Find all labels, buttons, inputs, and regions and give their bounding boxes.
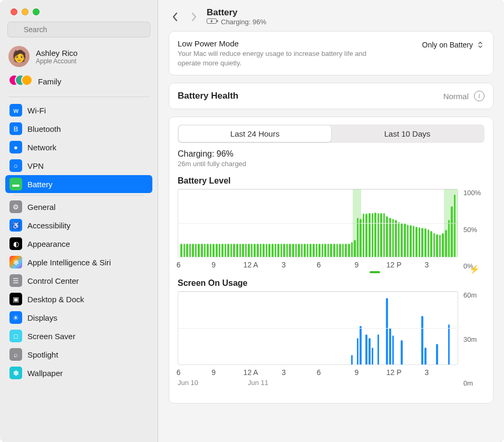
chart-bar [419,227,421,257]
family-row[interactable]: Family [0,70,158,94]
chart-bar [180,244,182,257]
account-subtitle: Apple Account [36,57,77,65]
chart-bar [230,244,232,257]
chart-bar [268,244,270,257]
sidebar-separator [8,97,149,97]
sidebar-item-label: Control Center [27,276,79,285]
chart-bar [242,244,244,257]
chart-bar [380,213,382,257]
chart-bar [333,244,335,257]
chart-bar [304,244,306,257]
y-tick-label: 60m [463,291,484,299]
sidebar-item-label: General [27,203,55,212]
chart-bar [289,244,291,257]
x-tick-label: 12 A [244,261,258,269]
chart-bar [386,298,388,365]
chart-bar [365,334,367,365]
low-power-mode-card: Low Power Mode Your Mac will reduce ener… [169,31,493,75]
sidebar-item-wi-fi[interactable]: ᴡWi-Fi [5,101,152,119]
chart-bar [204,244,206,257]
x-tick-label: 3 [282,261,286,269]
charging-line: Charging: 96% [178,149,484,159]
sidebar-item-accessibility[interactable]: ♿Accessibility [5,216,152,234]
chart-bar [295,244,297,257]
chart-bar [216,244,218,257]
chart-bar [189,244,191,257]
chart-bar [313,244,315,257]
chart-bar [407,225,409,257]
sidebar-item-network[interactable]: ●Network [5,138,152,156]
chart-bar [280,244,283,257]
chart-bar [260,244,262,257]
nav-back[interactable] [169,11,181,23]
chart-bar [345,244,347,257]
chart-bar [392,219,394,257]
spotlight-icon: ⌕ [9,348,22,361]
x-tick-label: 9 [211,368,216,377]
sidebar-item-desktop-dock[interactable]: ▣Desktop & Dock [5,290,152,308]
battery-health-title: Battery Health [178,91,238,101]
chart-bar [436,234,438,257]
sidebar: 🧑 Ashley Rico Apple Account Family ᴡWi-F… [0,0,158,442]
sidebar-item-label: Screen Saver [27,332,75,341]
battery-level-chart: 100%50%0% 6912 A36912 P3 ⚡ [178,189,484,270]
vpn-icon: ○ [9,159,22,172]
page-subtitle: Charging: 96% [207,18,266,26]
lpm-description: Your Mac will reduce energy usage to inc… [178,49,378,68]
sidebar-item-displays[interactable]: ☀Displays [5,309,152,326]
chart-bar [360,326,362,365]
lpm-title: Low Power Mode [178,39,378,48]
minimize-button[interactable] [22,8,28,15]
sidebar-item-general[interactable]: ⚙General [5,198,152,216]
chart-bar [286,244,288,257]
apple-account-row[interactable]: 🧑 Ashley Rico Apple Account [0,43,158,70]
info-icon[interactable]: i [474,91,484,101]
chart-bar [316,244,318,257]
close-button[interactable] [11,8,17,15]
chart-bar [239,244,241,257]
chart-bar [401,223,403,257]
sidebar-item-label: Desktop & Dock [27,295,84,304]
chart-bar [318,244,321,257]
chart-bar [363,214,365,257]
sidebar-item-bluetooth[interactable]: BBluetooth [5,120,152,138]
chart-bar [377,334,380,365]
usage-card: Last 24 Hours Last 10 Days Charging: 96%… [169,117,493,403]
chart-bar [292,244,294,257]
chart-bar [324,244,326,257]
sidebar-item-vpn[interactable]: ○VPN [5,157,152,175]
chart-bar [322,244,324,257]
chart-bar [330,244,332,257]
sidebar-item-wallpaper[interactable]: ✽Wallpaper [5,364,152,382]
sidebar-item-label: Accessibility [27,221,71,230]
maximize-button[interactable] [33,8,40,15]
chevron-updown-icon [476,40,484,50]
chart-bar [336,244,338,257]
chart-bar [436,344,438,364]
sidebar-item-appearance[interactable]: ◐Appearance [5,235,152,253]
sidebar-item-control-center[interactable]: ☰Control Center [5,272,152,290]
bluetooth-icon: B [9,122,22,135]
sidebar-item-apple-intelligence-siri[interactable]: ✻Apple Intelligence & Siri [5,253,152,271]
chart-bar [221,244,224,257]
control-center-icon: ☰ [9,274,22,287]
lpm-dropdown[interactable]: Only on Battery [422,39,485,50]
charging-subtext: 26m until fully charged [178,160,484,168]
sidebar-item-label: VPN [27,161,44,170]
nav-forward[interactable] [188,11,200,23]
appearance-icon: ◐ [9,237,22,250]
chart-bar [210,244,212,257]
chart-bar [219,244,221,257]
sidebar-item-screen-saver[interactable]: □Screen Saver [5,327,152,345]
charge-underline [370,271,380,273]
chart-bar [263,244,265,257]
chart-bar [233,244,235,257]
sidebar-item-battery[interactable]: ▬Battery [5,175,152,193]
avatar: 🧑 [8,46,30,67]
search-input[interactable] [7,22,150,37]
x-tick-label: 6 [177,368,181,377]
charging-icon [207,18,218,26]
seg-last-10-days[interactable]: Last 10 Days [331,126,483,142]
sidebar-item-spotlight[interactable]: ⌕Spotlight [5,345,152,363]
seg-last-24-hours[interactable]: Last 24 Hours [179,126,331,142]
